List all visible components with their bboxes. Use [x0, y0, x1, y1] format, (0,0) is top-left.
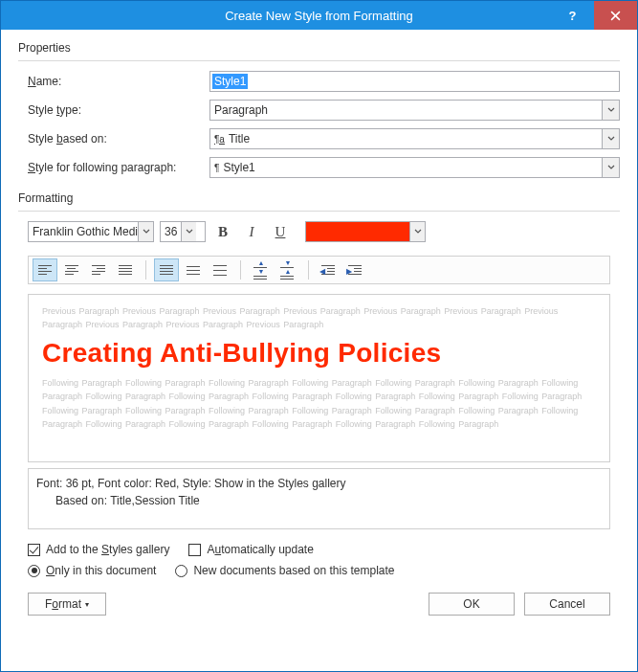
spacing-single-button[interactable] [154, 258, 179, 281]
name-row: Name: Style1 [18, 71, 620, 92]
space-before-decrease-button[interactable]: ▼▲ [275, 258, 300, 281]
add-to-gallery-checkbox[interactable]: Add to the Styles gallery [28, 543, 169, 556]
new-documents-label: New documents based on this template [193, 564, 394, 577]
close-icon [610, 11, 621, 21]
preview-pane: Previous Paragraph Previous Paragraph Pr… [28, 294, 610, 462]
style-type-row: Style type: Paragraph [18, 100, 620, 121]
dialog-content: Properties Name: Style1 Style type: Para… [1, 30, 637, 671]
radio-icon [28, 565, 40, 577]
based-on-value: Title [229, 132, 250, 146]
chevron-down-icon [607, 107, 615, 113]
increase-indent-button[interactable]: ▶ [343, 258, 368, 281]
properties-label: Properties [18, 41, 620, 55]
chevron-down-icon [143, 229, 150, 235]
italic-button[interactable]: I [240, 221, 263, 242]
following-row: Style for following paragraph: ¶Style1 [18, 157, 620, 178]
description-line-1: Font: 36 pt, Font color: Red, Style: Sho… [36, 475, 602, 492]
style-type-label: Style type: [28, 103, 209, 117]
spacing-double-button[interactable] [208, 258, 232, 281]
sample-text: Creating Anti-Bullying Policies [42, 338, 596, 369]
help-button[interactable]: ? [551, 1, 594, 30]
following-select[interactable]: ¶Style1 [209, 157, 620, 178]
name-input[interactable]: Style1 [209, 71, 620, 92]
properties-divider [18, 60, 620, 61]
spacing-1-5-button[interactable] [181, 258, 206, 281]
paragraph-icon: ¶a [214, 134, 225, 145]
formatting-label: Formatting [18, 191, 620, 205]
based-on-select[interactable]: ¶aTitle [209, 128, 620, 149]
dropdown-button[interactable] [602, 129, 619, 148]
chevron-down-icon [607, 165, 615, 170]
align-left-button[interactable] [33, 258, 57, 281]
name-label: Name: [28, 75, 209, 88]
dialog-window: Create New Style from Formatting ? Prope… [0, 0, 638, 672]
align-center-button[interactable] [59, 258, 84, 281]
size-combo[interactable]: 36 [160, 221, 206, 242]
chevron-down-icon [414, 229, 422, 235]
following-paragraph-text: Following Paragraph Following Paragraph … [42, 376, 596, 432]
footer-buttons: Format ▾ OK Cancel [18, 585, 620, 616]
radio-icon [175, 565, 187, 577]
titlebar-buttons: ? [551, 1, 637, 30]
dialog-title: Create New Style from Formatting [1, 9, 637, 23]
description-line-2: Based on: Title,Session Title [36, 492, 602, 509]
bold-button[interactable]: B [211, 221, 234, 242]
checkbox-icon [28, 544, 40, 556]
dropdown-button[interactable] [602, 101, 619, 120]
formatting-toolbar-2: ▲▼ ▼▲ ◀ ▶ [28, 256, 610, 284]
dropdown-button[interactable] [602, 158, 619, 177]
font-color-combo[interactable] [305, 221, 426, 242]
cancel-button[interactable]: Cancel [524, 593, 610, 616]
based-on-row: Style based on: ¶aTitle [18, 128, 620, 149]
previous-paragraph-text: Previous Paragraph Previous Paragraph Pr… [42, 304, 596, 332]
new-documents-radio[interactable]: New documents based on this template [175, 564, 394, 577]
auto-update-checkbox[interactable]: Automatically update [188, 543, 313, 556]
font-combo[interactable]: Franklin Gothic Medi [28, 221, 154, 242]
formatting-toolbar-1: Franklin Gothic Medi 36 B I U [18, 221, 620, 242]
align-right-button[interactable] [86, 258, 111, 281]
ok-button[interactable]: OK [429, 593, 515, 616]
separator [240, 260, 241, 280]
separator [308, 260, 309, 280]
description-box: Font: 36 pt, Font color: Red, Style: Sho… [28, 468, 610, 529]
chevron-down-icon [607, 136, 615, 142]
color-swatch [306, 222, 409, 241]
only-this-document-radio[interactable]: Only in this document [28, 564, 156, 577]
align-justify-button[interactable] [113, 258, 138, 281]
space-before-increase-button[interactable]: ▲▼ [249, 258, 274, 281]
paragraph-icon: ¶ [214, 163, 219, 173]
underline-button[interactable]: U [269, 221, 292, 242]
size-value: 36 [161, 225, 181, 238]
style-type-select[interactable]: Paragraph [209, 100, 620, 121]
following-label: Style for following paragraph: [28, 161, 209, 174]
titlebar: Create New Style from Formatting ? [1, 1, 637, 30]
based-on-label: Style based on: [28, 132, 209, 146]
style-type-value: Paragraph [214, 103, 268, 117]
font-value: Franklin Gothic Medi [29, 225, 138, 238]
format-button[interactable]: Format ▾ [28, 593, 106, 616]
dropdown-button[interactable] [138, 222, 153, 241]
formatting-divider [18, 211, 620, 212]
chevron-down-icon [186, 229, 193, 235]
separator [145, 260, 146, 280]
caret-down-icon: ▾ [85, 600, 89, 609]
decrease-indent-button[interactable]: ◀ [317, 258, 341, 281]
dropdown-button[interactable] [409, 222, 425, 241]
close-button[interactable] [594, 1, 637, 30]
checkbox-icon [188, 544, 201, 556]
options-area: Add to the Styles gallery Automatically … [18, 543, 620, 585]
following-value: Style1 [223, 161, 254, 174]
dropdown-button[interactable] [181, 222, 196, 241]
